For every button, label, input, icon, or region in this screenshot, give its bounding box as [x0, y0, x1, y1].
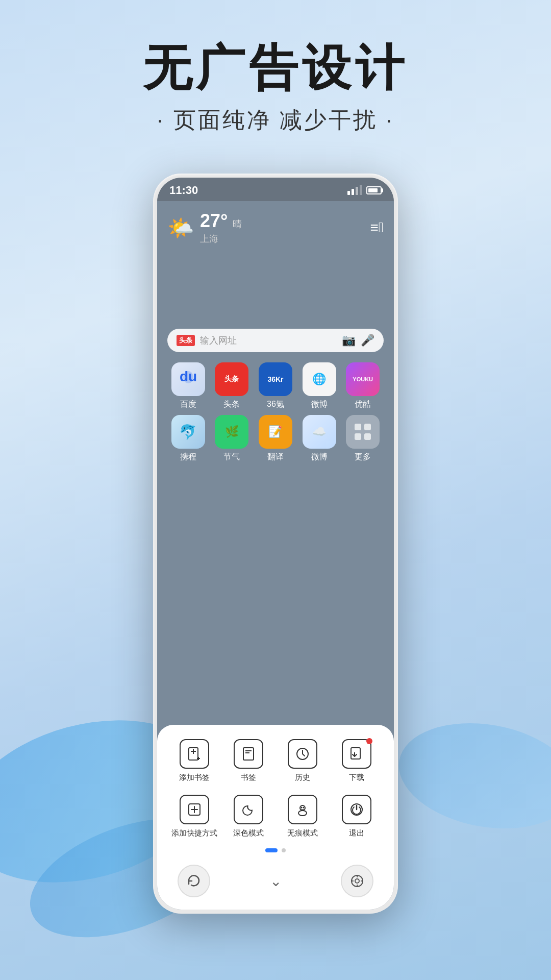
status-icons: [347, 186, 382, 195]
signal-icon: [347, 186, 362, 195]
main-title: 无广告设计: [0, 41, 551, 95]
phone-inner: 11:30 🌤️: [157, 178, 394, 910]
svg-rect-3: [364, 424, 371, 430]
bottom-toolbar: ⌄: [167, 861, 384, 899]
browser-content: 🌤️ 27° 晴 上海 ≡⃝ 头条 输入网址 📷: [157, 201, 394, 474]
menu-download[interactable]: 下载: [330, 739, 384, 782]
page-dots: [167, 848, 384, 852]
app-weibo2[interactable]: ☁️ 微博: [298, 415, 340, 462]
app-36kr[interactable]: 36Kr 36氪: [255, 362, 296, 410]
svg-rect-15: [351, 748, 360, 759]
search-input[interactable]: 输入网址: [200, 334, 337, 347]
mic-icon[interactable]: 🎤: [361, 334, 374, 347]
weather-condition: 晴: [233, 218, 242, 230]
weather-city: 上海: [200, 233, 242, 245]
app-more[interactable]: 更多: [342, 415, 384, 462]
search-logo: 头条: [177, 335, 195, 346]
browser-empty-area: [167, 248, 384, 320]
search-bar[interactable]: 头条 输入网址 📷 🎤: [167, 329, 384, 352]
camera-icon[interactable]: 📷: [342, 334, 356, 347]
bg-decoration-3: [390, 710, 551, 842]
app-fanyi[interactable]: 📝 翻译: [255, 415, 296, 462]
menu-add-shortcut[interactable]: 添加快捷方式: [167, 795, 221, 838]
menu-bookmark[interactable]: 书签: [221, 739, 276, 782]
weather-icon: 🌤️: [167, 215, 194, 240]
filter-icon[interactable]: ≡⃝: [370, 219, 384, 236]
phone-mockup: 11:30 🌤️: [153, 174, 398, 914]
menu-add-bookmark[interactable]: 添加书签: [167, 739, 221, 782]
refresh-button[interactable]: [178, 865, 210, 897]
svg-rect-2: [355, 424, 361, 430]
settings-button[interactable]: [341, 865, 373, 897]
app-jieqi[interactable]: 🌿 节气: [211, 415, 253, 462]
menu-history[interactable]: 历史: [276, 739, 330, 782]
menu-row1: 添加书签 书签: [167, 739, 384, 782]
status-bar: 11:30: [157, 178, 394, 201]
app-weibo1[interactable]: 🌐 微博: [298, 362, 340, 410]
svg-text:du: du: [180, 369, 197, 384]
menu-incognito[interactable]: 无痕模式: [276, 795, 330, 838]
sub-title: · 页面纯净 减少干扰 ·: [0, 105, 551, 135]
dot-inactive: [282, 848, 286, 852]
svg-point-21: [298, 811, 307, 816]
menu-row2: 添加快捷方式 深色模式: [167, 795, 384, 838]
app-grid-row1: du 百度 头条 头条 36Kr 36氪: [167, 362, 384, 410]
bottom-panel: 添加书签 书签: [157, 725, 394, 910]
dot-active: [265, 848, 278, 852]
status-time: 11:30: [169, 184, 198, 197]
svg-rect-11: [243, 748, 254, 760]
app-baidu[interactable]: du 百度: [167, 362, 209, 410]
weather-widget: 🌤️ 27° 晴 上海 ≡⃝: [167, 207, 384, 248]
menu-dark-mode[interactable]: 深色模式: [221, 795, 276, 838]
chevron-down-icon[interactable]: ⌄: [270, 873, 282, 890]
app-grid-row2: 🐬 携程 🌿 节气 📝 翻译: [167, 415, 384, 462]
weather-temp: 27°: [200, 210, 228, 232]
battery-icon: [366, 186, 382, 194]
header-section: 无广告设计 · 页面纯净 减少干扰 ·: [0, 41, 551, 135]
svg-point-27: [355, 879, 359, 883]
svg-rect-4: [355, 433, 361, 440]
app-toutiao[interactable]: 头条 头条: [211, 362, 253, 410]
app-youku[interactable]: YOUKU 优酷: [342, 362, 384, 410]
svg-rect-5: [364, 433, 371, 440]
svg-point-23: [303, 807, 305, 808]
svg-point-22: [301, 807, 303, 808]
app-xiecheng[interactable]: 🐬 携程: [167, 415, 209, 462]
menu-exit[interactable]: 退出: [330, 795, 384, 838]
